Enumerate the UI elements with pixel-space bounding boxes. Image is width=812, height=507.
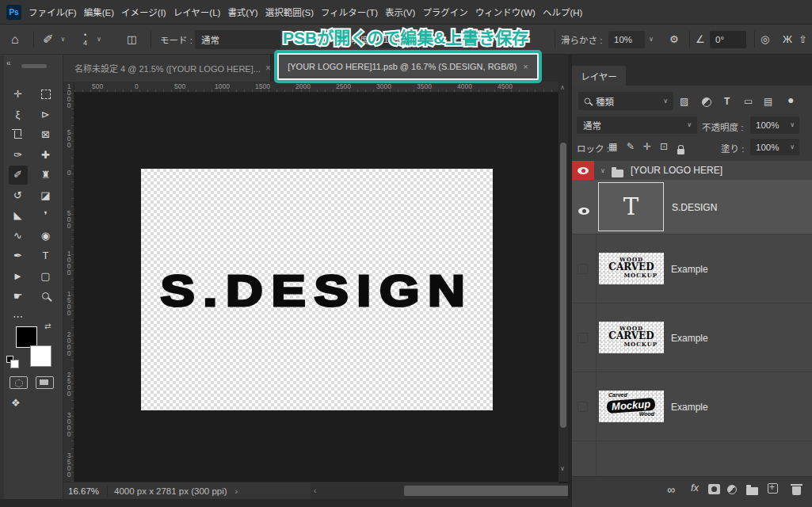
layer-filter-select[interactable]: 種類 ∨ xyxy=(578,92,673,110)
layer-name[interactable]: Example xyxy=(671,264,708,275)
quick-mask-button[interactable] xyxy=(10,376,28,389)
vertical-scrollbar[interactable]: ∧ ∨ xyxy=(558,82,568,482)
stamp-tool-icon[interactable]: ♜ xyxy=(36,166,55,185)
group-name[interactable]: [YOUR LOGO HERE] xyxy=(631,165,722,176)
adjustment-layer-icon[interactable] xyxy=(727,483,737,497)
menu-view[interactable]: 表示(V) xyxy=(385,6,415,18)
screen-mode-button[interactable] xyxy=(36,376,54,389)
dodge-tool-icon[interactable]: ◉ xyxy=(36,226,55,245)
history-brush-tool-icon[interactable]: ↺ xyxy=(9,185,28,204)
layer-opacity-select[interactable]: 100% ∨ xyxy=(750,116,799,134)
layer-name[interactable]: Example xyxy=(671,402,708,413)
filter-type-layers-icon[interactable]: T xyxy=(724,96,730,107)
filter-toggle-icon[interactable]: ● xyxy=(787,93,794,106)
menu-image[interactable]: イメージ(I) xyxy=(121,6,166,18)
menu-filter[interactable]: フィルター(T) xyxy=(321,6,378,18)
move-tool-icon[interactable]: ✛ xyxy=(9,85,28,104)
hand-tool-icon[interactable]: ☛ xyxy=(9,287,28,306)
layer-blend-mode-select[interactable]: 通常 ∨ xyxy=(577,116,697,134)
link-layers-icon[interactable]: ∞ xyxy=(667,483,675,496)
menu-file[interactable]: ファイル(F) xyxy=(29,6,77,18)
layer-thumbnail[interactable]: WOOD CARVED MOCKUP xyxy=(599,253,664,284)
object-selection-tool-icon[interactable]: ⊳ xyxy=(36,105,55,124)
brush-tool-icon[interactable]: ✐ xyxy=(9,166,28,185)
filter-pixel-layers-icon[interactable]: ▨ xyxy=(680,96,688,107)
shape-tool-icon[interactable]: ▢ xyxy=(36,266,55,285)
canvas-area[interactable]: S.DESIGN xyxy=(74,93,558,482)
smoothing-options-gear-icon[interactable]: ⚙ xyxy=(669,25,679,54)
filter-smart-objects-icon[interactable]: ▤ xyxy=(764,96,772,107)
mixer-brush-tool-icon[interactable]: ∿ xyxy=(9,226,28,245)
background-color-swatch[interactable] xyxy=(30,345,51,367)
filter-shape-layers-icon[interactable]: ▭ xyxy=(744,96,753,107)
menu-plugins[interactable]: プラグイン xyxy=(422,6,468,18)
lock-paint-icon[interactable]: ✎ xyxy=(627,141,635,152)
filter-adjustment-layers-icon[interactable] xyxy=(702,96,711,110)
marquee-tool-icon[interactable] xyxy=(36,85,55,104)
brush-panel-toggle[interactable]: ◫ xyxy=(127,25,136,54)
text-layer-thumbnail[interactable]: T xyxy=(598,182,664,231)
layer-row-example-1[interactable]: WOOD CARVED MOCKUP Example xyxy=(572,234,812,303)
home-button[interactable]: ⌂ xyxy=(11,25,19,54)
symmetry-icon[interactable]: ◎ xyxy=(761,25,769,54)
lock-transparency-icon[interactable]: ▦ xyxy=(608,141,617,152)
collapse-toolbar-icon[interactable]: « xyxy=(6,59,11,67)
butterfly-symmetry-icon[interactable]: Ж xyxy=(783,25,792,54)
gradient-tool-icon[interactable]: ◣ xyxy=(9,206,28,225)
eraser-tool-icon[interactable]: ◪ xyxy=(36,185,55,204)
layer-group-row[interactable]: ∨ [YOUR LOGO HERE] xyxy=(572,160,812,180)
vertical-scrollbar-thumb[interactable] xyxy=(560,143,566,428)
share-icon[interactable]: ⇧ xyxy=(799,25,807,54)
lock-artboard-icon[interactable]: ⊡ xyxy=(660,141,668,152)
status-expand-icon[interactable]: › xyxy=(235,486,238,496)
close-active-tab-icon[interactable]: × xyxy=(523,62,528,71)
delete-layer-icon[interactable] xyxy=(792,484,801,498)
layer-visibility-toggle[interactable] xyxy=(578,264,588,274)
foreground-color-swatch[interactable] xyxy=(16,326,37,348)
menu-type[interactable]: 書式(Y) xyxy=(227,6,257,18)
menu-window[interactable]: ウィンドウ(W) xyxy=(475,6,536,18)
angle-input[interactable]: 0° xyxy=(710,25,746,54)
layer-styles-icon[interactable]: fx xyxy=(691,482,699,494)
layer-name[interactable]: Example xyxy=(671,333,708,344)
crop-tool-icon[interactable] xyxy=(9,125,28,144)
menu-layer[interactable]: レイヤー(L) xyxy=(173,6,221,18)
swap-colors-icon[interactable]: ⇄ xyxy=(44,322,51,330)
blend-mode-select[interactable]: 通常 xyxy=(195,25,280,54)
horizontal-scrollbar-thumb[interactable] xyxy=(404,486,570,496)
scroll-left-icon[interactable]: ‹ xyxy=(314,486,316,495)
photoshop-logo[interactable]: Ps xyxy=(6,5,21,20)
layer-row-example-2[interactable]: WOOD CARVED MOCKUP Example xyxy=(572,303,812,372)
default-colors-icon[interactable] xyxy=(6,356,13,363)
layer-thumbnail[interactable]: WOOD CARVED MOCKUP xyxy=(599,322,664,353)
layer-name[interactable]: S.DESIGN xyxy=(672,202,717,213)
pen-tool-icon[interactable]: ✒ xyxy=(9,246,28,265)
layers-panel-tab[interactable]: レイヤー xyxy=(572,66,626,86)
lasso-tool-icon[interactable]: ξ xyxy=(9,105,28,124)
new-layer-icon[interactable] xyxy=(768,482,778,497)
type-tool-icon[interactable]: T xyxy=(36,246,55,265)
layer-visibility-toggle[interactable] xyxy=(578,333,588,343)
layer-visibility-toggle[interactable] xyxy=(578,402,588,412)
brush-size-picker[interactable]: •4∨ xyxy=(83,25,101,54)
lock-all-icon[interactable] xyxy=(677,143,684,158)
new-group-icon[interactable] xyxy=(746,484,758,498)
edit-in-3d-icon[interactable]: ❖ xyxy=(11,398,21,408)
toolbar-grip[interactable] xyxy=(21,64,47,68)
add-mask-icon[interactable] xyxy=(708,483,720,497)
edit-toolbar-icon[interactable]: ⋯ xyxy=(9,307,28,326)
group-expand-chevron-icon[interactable]: ∨ xyxy=(600,168,605,174)
menu-select[interactable]: 選択範囲(S) xyxy=(265,6,314,18)
layer-fill-select[interactable]: 100% ∨ xyxy=(750,139,799,155)
scroll-up-icon[interactable]: ∧ xyxy=(560,84,565,91)
artboard-transparent[interactable]: S.DESIGN xyxy=(141,169,493,410)
layer-row-sdesign[interactable]: T S.DESIGN xyxy=(572,180,812,234)
lock-position-icon[interactable]: ✛ xyxy=(643,141,651,152)
path-selection-tool-icon[interactable]: ► xyxy=(9,266,28,285)
scroll-down-icon[interactable]: ∨ xyxy=(560,465,565,472)
tab-active-psb-document[interactable]: [YOUR LOGO HERE]11.psb @ 16.7% (S.DESIGN… xyxy=(274,50,542,83)
zoom-tool-icon[interactable] xyxy=(36,287,55,306)
close-tab-icon[interactable]: × xyxy=(265,63,271,74)
eyedropper-tool-icon[interactable]: ✑ xyxy=(9,145,28,164)
brush-tool-preset[interactable]: ✐∨ xyxy=(43,25,65,54)
